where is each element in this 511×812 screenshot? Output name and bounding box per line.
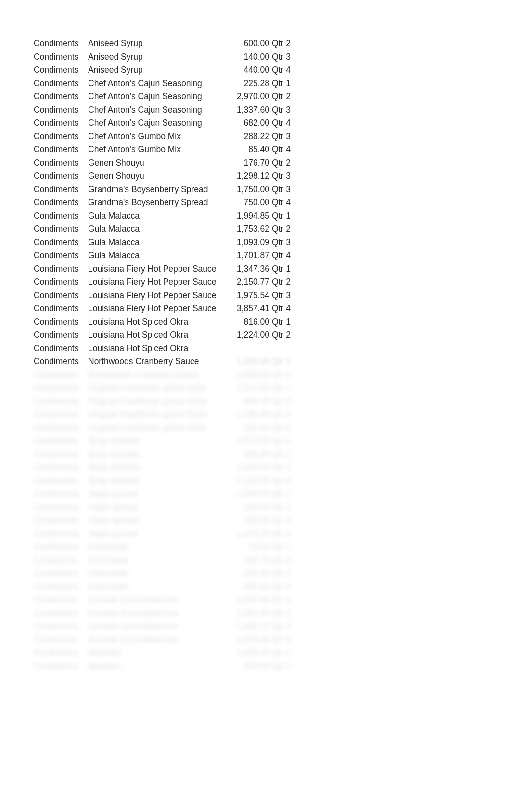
table-row: CondimentsGenen Shouyu176.70Qtr 2 [34, 157, 477, 170]
product-cell: Gumbär Gummibärchen [88, 620, 223, 633]
category-cell: Confections [34, 567, 88, 580]
product-cell: Gula Malacca [88, 210, 223, 223]
quarter-cell: Qtr 1 [269, 434, 291, 448]
category-cell: Condiments [34, 64, 88, 77]
amount-cell: 1,975.54 [223, 289, 269, 302]
table-row: CondimentsNorthwoods Cranberry Sauce1,20… [34, 355, 477, 368]
product-cell: Sirop d'érable [88, 434, 223, 448]
amount-cell: 1,753.62 [223, 223, 269, 236]
amount-cell: 682.00 [223, 117, 269, 130]
table-row: ConfectionsChocolade280.50Qtr 4 [34, 580, 477, 594]
category-cell: Condiments [34, 514, 88, 527]
amount-cell: 1,337.60 [223, 104, 269, 117]
quarter-cell: Qtr 1 [269, 593, 291, 607]
product-cell: Northwoods Cranberry Sauce [88, 368, 223, 382]
quarter-cell: Qtr 2 [269, 660, 291, 673]
quarter-cell: Qtr 2 [269, 157, 291, 170]
category-cell: Condiments [34, 196, 88, 210]
product-cell: Maxilaku [88, 660, 223, 673]
product-cell: Chef Anton's Cajun Seasoning [88, 77, 223, 91]
amount-cell: 750.00 [223, 196, 269, 210]
amount-cell: 140.00 [223, 51, 269, 64]
amount-cell: 263.00 [223, 514, 269, 527]
category-cell: Condiments [34, 501, 88, 514]
amount-cell: 1,045.00 [223, 461, 269, 474]
product-cell: Vegie-spread [88, 527, 223, 541]
category-cell: Condiments [34, 130, 88, 144]
data-table: CondimentsAniseed Syrup600.00Qtr 2Condim… [34, 37, 477, 342]
quarter-cell: Qtr 2 [269, 328, 291, 342]
product-cell: Chocolade [88, 554, 223, 567]
quarter-cell: Qtr 2 [269, 275, 291, 289]
category-cell: Condiments [34, 527, 88, 541]
product-cell: Original Frankfurter grüne Soße [88, 381, 223, 395]
table-row: CondimentsGula Malacca1,093.09Qtr 3 [34, 236, 477, 249]
category-cell: Condiments [34, 143, 88, 157]
quarter-cell: Qtr 3 [269, 408, 291, 421]
amount-cell: 1,750.00 [223, 183, 269, 196]
amount-cell: 2,970.00 [223, 90, 269, 104]
product-cell: Vegie-spread [88, 514, 223, 527]
table-row: CondimentsAniseed Syrup440.00Qtr 4 [34, 64, 477, 77]
table-row: ConfectionsGumbär Gummibärchen1,047.00Qt… [34, 593, 477, 607]
table-row: CondimentsGenen Shouyu1,298.12Qtr 3 [34, 170, 477, 183]
quarter-cell: Qtr 3 [269, 236, 291, 249]
amount-cell: 1,140.00 [223, 474, 269, 488]
category-cell: Condiments [34, 368, 88, 382]
table-row: CondimentsChef Anton's Gumbo Mix288.22Qt… [34, 130, 477, 144]
category-cell: Condiments [34, 328, 88, 342]
product-cell: Gumbär Gummibärchen [88, 633, 223, 647]
amount-cell: 1,235.00 [223, 408, 269, 421]
product-cell: Louisiana Hot Spiced Okra [88, 328, 223, 342]
category-cell: Confections [34, 593, 88, 607]
amount-cell: 325.00 [223, 421, 269, 435]
quarter-cell: Qtr 4 [269, 474, 291, 488]
table-row: ConfectionsChocolade76.50Qtr 1 [34, 540, 477, 554]
amount-cell: 1,479.24 [223, 527, 269, 541]
amount-cell: 85.40 [223, 143, 269, 157]
quarter-cell: Qtr 1 [269, 540, 291, 554]
quarter-cell: Qtr 1 [269, 355, 291, 368]
amount-cell: 1,076.48 [223, 633, 269, 647]
amount-cell: 440.00 [223, 64, 269, 77]
quarter-cell: Qtr 2 [269, 90, 291, 104]
amount-cell: 2,150.77 [223, 275, 269, 289]
quarter-cell: Qtr 3 [269, 567, 291, 580]
category-cell: Condiments [34, 210, 88, 223]
table-row: CondimentsLouisiana Fiery Hot Pepper Sau… [34, 289, 477, 302]
quarter-cell: Qtr 2 [269, 448, 291, 461]
quarter-cell: Qtr 2 [269, 223, 291, 236]
amount-cell: 1,347.36 [223, 262, 269, 276]
table-row: CondimentsGrandma's Boysenberry Spread1,… [34, 183, 477, 196]
quarter-cell: Qtr 1 [269, 262, 291, 276]
category-cell: Confections [34, 580, 88, 594]
product-cell: Genen Shouyu [88, 157, 223, 170]
category-cell: Confections [34, 633, 88, 647]
quarter-cell: Qtr 2 [269, 607, 291, 620]
product-cell: Sirop d'érable [88, 448, 223, 461]
quarter-cell: Qtr 4 [269, 580, 291, 594]
amount-cell: 3,857.41 [223, 302, 269, 315]
product-cell: Maxilaku [88, 646, 223, 660]
category-cell: Condiments [34, 355, 88, 368]
category-cell: Condiments [34, 104, 88, 117]
amount-cell: 1,673.00 [223, 434, 269, 448]
table-row: CondimentsVegie-spread1,479.24Qtr 4 [34, 527, 477, 541]
amount-cell: 225.28 [223, 77, 269, 91]
table-row: ConfectionsChocolade165.75Qtr 2 [34, 554, 477, 567]
table-row: CondimentsNorthwoods Cranberry Sauce1,98… [34, 368, 477, 382]
product-cell: Louisiana Fiery Hot Pepper Sauce [88, 302, 223, 315]
category-cell: Condiments [34, 408, 88, 421]
table-row: CondimentsOriginal Frankfurter grüne Soß… [34, 395, 477, 408]
quarter-cell: Qtr 3 [269, 289, 291, 302]
quarter-cell: Qtr 1 [269, 77, 291, 91]
product-cell: Vegie-spread [88, 487, 223, 501]
category-cell: Confections [34, 554, 88, 567]
quarter-cell: Qtr 3 [269, 130, 291, 144]
product-cell: Chocolade [88, 540, 223, 554]
table-row: CondimentsGula Malacca1,701.87Qtr 4 [34, 249, 477, 262]
category-cell: Condiments [34, 395, 88, 408]
product-cell: Louisiana Fiery Hot Pepper Sauce [88, 262, 223, 276]
category-cell: Condiments [34, 117, 88, 130]
category-cell: Confections [34, 646, 88, 660]
